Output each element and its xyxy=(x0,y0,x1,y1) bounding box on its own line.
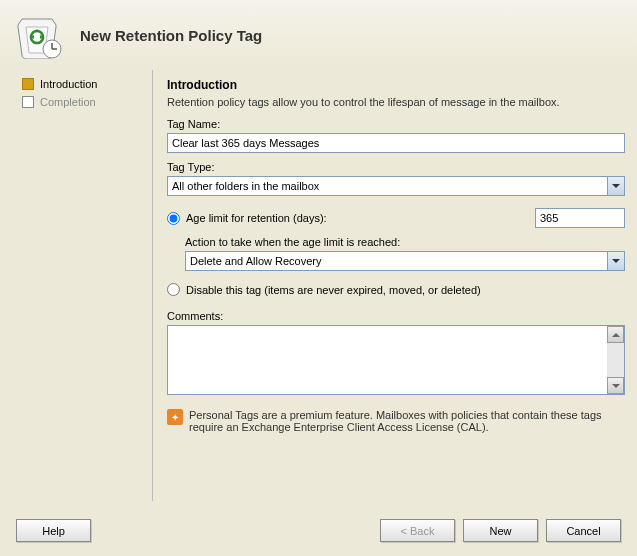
step-label: Completion xyxy=(40,96,96,108)
cancel-button[interactable]: Cancel xyxy=(546,519,621,542)
content-description: Retention policy tags allow you to contr… xyxy=(167,96,625,108)
scroll-up-icon[interactable] xyxy=(607,326,624,343)
action-label: Action to take when the age limit is rea… xyxy=(185,236,625,248)
age-limit-radio-row: Age limit for retention (days): xyxy=(167,208,625,228)
back-button[interactable]: < Back xyxy=(380,519,455,542)
step-pending-icon xyxy=(22,96,34,108)
header: New Retention Policy Tag xyxy=(0,0,637,70)
tag-type-label: Tag Type: xyxy=(167,161,625,173)
step-introduction[interactable]: Introduction xyxy=(22,78,144,90)
content-title: Introduction xyxy=(167,78,625,92)
comments-wrap xyxy=(167,325,625,395)
premium-info-text: Personal Tags are a premium feature. Mai… xyxy=(189,409,625,433)
new-button[interactable]: New xyxy=(463,519,538,542)
scroll-down-icon[interactable] xyxy=(607,377,624,394)
scrollbar[interactable] xyxy=(607,326,624,394)
comments-label: Comments: xyxy=(167,310,625,322)
step-label: Introduction xyxy=(40,78,97,90)
age-limit-radio[interactable] xyxy=(167,212,180,225)
disable-tag-radio[interactable] xyxy=(167,283,180,296)
disable-radio-row: Disable this tag (items are never expire… xyxy=(167,283,625,296)
wizard-title: New Retention Policy Tag xyxy=(80,27,262,44)
content-pane: Introduction Retention policy tags allow… xyxy=(152,70,625,501)
comments-textarea[interactable] xyxy=(168,326,607,394)
action-select[interactable] xyxy=(185,251,625,271)
disable-tag-label: Disable this tag (items are never expire… xyxy=(186,284,481,296)
body: Introduction Completion Introduction Ret… xyxy=(0,70,637,509)
info-icon: ✦ xyxy=(167,409,183,425)
tag-name-input[interactable] xyxy=(167,133,625,153)
retention-tag-icon xyxy=(16,11,64,59)
age-limit-input[interactable] xyxy=(535,208,625,228)
step-completion[interactable]: Completion xyxy=(22,96,144,108)
step-current-icon xyxy=(22,78,34,90)
tag-name-label: Tag Name: xyxy=(167,118,625,130)
age-limit-label: Age limit for retention (days): xyxy=(186,212,327,224)
wizard-dialog: New Retention Policy Tag Introduction Co… xyxy=(0,0,637,556)
sidebar: Introduction Completion xyxy=(12,70,152,501)
tag-type-select[interactable] xyxy=(167,176,625,196)
premium-info: ✦ Personal Tags are a premium feature. M… xyxy=(167,409,625,433)
footer: Help < Back New Cancel xyxy=(0,509,637,556)
help-button[interactable]: Help xyxy=(16,519,91,542)
